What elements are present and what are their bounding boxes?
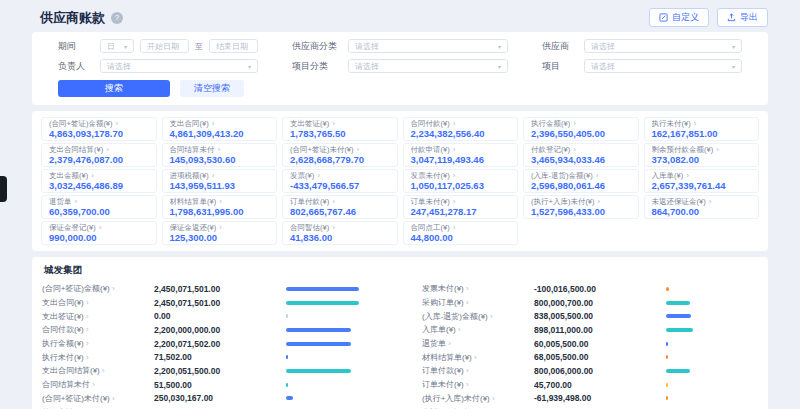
stat-card[interactable]: 支出合同结算(¥)›2,379,476,087.00 (41, 143, 157, 167)
metric-label: 支出合同结算(¥) › (42, 365, 154, 376)
supplier-select[interactable]: 请选择▾ (584, 39, 742, 53)
drawer-handle[interactable] (0, 176, 7, 202)
project-select[interactable]: 请选择▾ (584, 59, 742, 73)
metric-bar (286, 342, 378, 346)
stat-card[interactable]: 支出签证(¥)›1,783,765.50 (282, 117, 398, 141)
stat-value: 2,396,550,405.00 (531, 128, 631, 139)
search-button[interactable]: 搜索 (58, 80, 170, 97)
chevron-right-icon: › (92, 380, 95, 389)
chevron-right-icon: › (492, 394, 495, 403)
metric-row[interactable]: 订单付款(¥) ›800,006,000.00 (422, 364, 758, 378)
stat-card[interactable]: 发票(¥)›-433,479,566.57 (282, 169, 398, 193)
chevron-right-icon: › (75, 197, 78, 206)
stat-card[interactable]: (合同+签证)未付(¥)›2,628,668,779.70 (282, 143, 398, 167)
stat-card[interactable]: 剩余预付款金额(¥)›373,082.00 (644, 143, 760, 167)
project-category-select[interactable]: 请选择▾ (348, 59, 508, 73)
stat-card[interactable]: 材料结算单(¥)›1,798,631,995.00 (162, 195, 278, 219)
metric-row[interactable]: 支出签证(¥) ›0.00 (42, 309, 378, 323)
owner-select[interactable]: 请选择▾ (100, 59, 258, 73)
metric-label: 退货单 › (422, 338, 534, 349)
metric-row[interactable]: 支出合同(¥) ›2,450,071,501.00 (42, 296, 378, 310)
stat-label: (执行+入库)未付(¥)› (531, 197, 631, 206)
metric-row[interactable]: (合同+签证)未付(¥) ›250,030,167.00 (42, 392, 378, 406)
metric-row[interactable]: 发票未付(¥) ›-100,016,500.00 (422, 282, 758, 296)
filter-period-label: 期间 (58, 40, 92, 53)
metric-column-right: 发票未付(¥) ›-100,016,500.00采购订单(¥) ›800,000… (422, 282, 758, 409)
clear-search-button[interactable]: 清空搜索 (180, 80, 244, 97)
chevron-right-icon: › (598, 197, 601, 206)
metric-row[interactable]: 采购订单(¥) ›800,000,700.00 (422, 296, 758, 310)
stat-card[interactable]: 订单未付(¥)›247,451,278.17 (403, 195, 519, 219)
stat-card[interactable]: 付款登记(¥)›3,465,934,033.46 (523, 143, 639, 167)
metric-value: 2,200,071,502.00 (154, 339, 286, 349)
stat-card[interactable]: 订单付款(¥)›802,665,767.46 (282, 195, 398, 219)
stat-value: 2,234,382,556.40 (411, 128, 511, 139)
stat-label: 材料结算单(¥)› (170, 197, 270, 206)
metric-row[interactable]: 订单未付(¥) ›45,700.00 (422, 378, 758, 392)
group-breakdown-panel: 城发集团 (合同+签证)金额(¥) ›2,450,071,501.00支出合同(… (32, 257, 768, 409)
filter-owner: 负责人 请选择▾ (58, 59, 258, 73)
supplier-category-select[interactable]: 请选择▾ (348, 39, 508, 53)
help-icon[interactable]: ? (111, 12, 123, 24)
stat-card[interactable]: 合同暂估(¥)›41,836.00 (282, 221, 398, 245)
stat-card[interactable]: 付款申请(¥)›3,047,119,493.46 (403, 143, 519, 167)
stat-card[interactable]: (合同+签证)金额(¥)›4,863,093,178.70 (41, 117, 157, 141)
stat-card[interactable]: 未返还保证金(¥)›864,700.00 (644, 195, 760, 219)
metric-row[interactable]: 未返还保证金(¥) ›0.00 (422, 405, 758, 409)
filter-project-category: 项目分类 请选择▾ (292, 59, 508, 73)
stat-card[interactable]: 保证金登记(¥)›990,000.00 (41, 221, 157, 245)
metric-label: 支出合同(¥) › (42, 297, 154, 308)
stat-card[interactable]: 合同点工(¥)›44,800.00 (403, 221, 519, 245)
metric-row[interactable]: 付款申请(¥) ›3,000,001,000.00 (42, 405, 378, 409)
stat-card[interactable]: 合同付款(¥)›2,234,382,556.40 (403, 117, 519, 141)
period-unit-select[interactable]: 日▾ (100, 39, 134, 53)
metric-row[interactable]: 支出合同结算(¥) ›2,200,051,500.00 (42, 364, 378, 378)
chevron-right-icon: › (212, 171, 215, 180)
stat-card[interactable]: 支出金额(¥)›3,032,456,486.89 (41, 169, 157, 193)
start-date-input[interactable]: 开始日期 (140, 39, 189, 53)
stat-card[interactable]: (入库-退货)金额(¥)›2,596,980,061.46 (523, 169, 639, 193)
metric-bar (666, 369, 758, 373)
stats-grid: (合同+签证)金额(¥)›4,863,093,178.70支出合同(¥)›4,8… (41, 117, 759, 245)
metric-row[interactable]: (合同+签证)金额(¥) ›2,450,071,501.00 (42, 282, 378, 296)
stat-card[interactable]: (执行+入库)未付(¥)›1,527,596,433.00 (523, 195, 639, 219)
metric-row[interactable]: 执行未付(¥) ›71,502.00 (42, 350, 378, 364)
stat-card[interactable]: 退货单›60,359,700.00 (41, 195, 157, 219)
stat-card[interactable]: 发票未付(¥)›1,050,117,025.63 (403, 169, 519, 193)
metric-row[interactable]: (执行+入库)未付(¥) ›-61,939,498.00 (422, 392, 758, 406)
page-header: 供应商账款 ? 自定义 导出 (0, 0, 800, 32)
export-button[interactable]: 导出 (717, 8, 768, 27)
metric-label: 材料结算单(¥) › (422, 352, 534, 363)
customize-button[interactable]: 自定义 (649, 8, 709, 27)
stat-value: 2,379,476,087.00 (49, 154, 149, 165)
stat-card[interactable]: 支出合同(¥)›4,861,309,413.20 (162, 117, 278, 141)
chevron-down-icon: ▾ (728, 43, 735, 50)
metric-row[interactable]: (入库-退货)金额(¥) ›838,005,500.00 (422, 309, 758, 323)
metric-row[interactable]: 材料结算单(¥) ›68,005,500.00 (422, 350, 758, 364)
chevron-right-icon: › (458, 325, 461, 334)
stat-card[interactable]: 入库单(¥)›2,657,339,761.44 (644, 169, 760, 193)
stat-card[interactable]: 执行未付(¥)›162,167,851.00 (644, 117, 760, 141)
end-date-input[interactable]: 结束日期 (209, 39, 258, 53)
stat-card[interactable]: 执行金额(¥)›2,396,550,405.00 (523, 117, 639, 141)
stat-label: 支出合同结算(¥)› (49, 145, 149, 154)
chevron-down-icon: ▾ (728, 63, 735, 70)
metric-label: 合同付款(¥) › (42, 324, 154, 335)
stat-card[interactable]: 进项税额(¥)›143,959,511.93 (162, 169, 278, 193)
chevron-down-icon: ▾ (120, 43, 127, 50)
metric-row[interactable]: 执行金额(¥) ›2,200,071,502.00 (42, 337, 378, 351)
stat-value: 3,032,456,486.89 (49, 180, 149, 191)
stat-card[interactable]: 合同结算未付›145,093,530.60 (162, 143, 278, 167)
metric-row[interactable]: 合同付款(¥) ›2,200,000,000.00 (42, 323, 378, 337)
metric-value: 71,502.00 (154, 352, 286, 362)
stat-label: 入库单(¥)› (652, 171, 752, 180)
chevron-right-icon: › (86, 339, 89, 348)
metric-row[interactable]: 退货单 ›60,005,500.00 (422, 337, 758, 351)
stat-card[interactable]: 保证金返还(¥)›125,300.00 (162, 221, 278, 245)
chevron-right-icon: › (317, 171, 320, 180)
metric-row[interactable]: 合同结算未付 ›51,500.00 (42, 378, 378, 392)
stat-label: 保证金返还(¥)› (170, 223, 270, 232)
stat-value: 2,628,668,779.70 (290, 154, 390, 165)
chevron-right-icon: › (102, 366, 105, 375)
metric-row[interactable]: 入库单(¥) ›898,011,000.00 (422, 323, 758, 337)
